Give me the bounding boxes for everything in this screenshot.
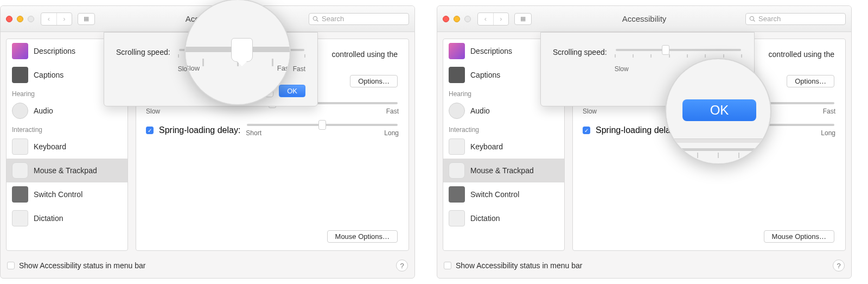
sidebar-item-label: Mouse & Trackpad [470,166,534,175]
magnifier-ok-button: OK [665,58,771,165]
forward-button[interactable]: › [56,13,72,25]
description-text-fragment: controlled using the [769,50,834,59]
sidebar-item-label: Descriptions [34,47,75,55]
sidebar-item-switch-control[interactable]: Switch Control [443,182,564,206]
forward-button[interactable]: › [493,13,508,25]
captions-icon [12,67,28,83]
slider-min-label: Slow [146,108,160,115]
window-footer: Show Accessibility status in menu bar ? [444,260,845,272]
sidebar-heading-interacting: Interacting [7,123,127,135]
close-window-button[interactable] [6,16,12,22]
search-placeholder: Search [322,15,344,23]
keyboard-icon [12,138,28,155]
sidebar-item-keyboard[interactable]: Keyboard [7,135,127,159]
ok-button[interactable]: OK [279,85,305,97]
slider-thumb[interactable] [662,45,669,55]
zoomed-slider-thumb[interactable] [231,38,253,62]
slider-min-label: Slow [615,65,629,73]
help-button[interactable]: ? [396,260,408,272]
sidebar-item-keyboard[interactable]: Keyboard [443,135,564,159]
window-footer: Show Accessibility status in menu bar ? [7,260,408,272]
minimize-window-button[interactable] [17,16,23,22]
magnifier-slider-thumb: Slow Fast [184,0,291,105]
sidebar-item-mouse-trackpad[interactable]: Mouse & Trackpad [443,159,564,182]
sidebar-item-dictation[interactable]: Dictation [7,206,127,230]
sidebar-item-mouse-trackpad[interactable]: Mouse & Trackpad [7,159,127,182]
dictation-icon [12,210,28,226]
show-all-button[interactable]: ▦ [78,13,95,25]
slider-ticks [615,54,742,58]
sidebar-item-label: Descriptions [470,47,512,55]
slider-max-label: Fast [386,108,399,115]
search-input[interactable]: Search [309,13,409,25]
help-button[interactable]: ? [833,260,845,272]
slider-thumb[interactable] [318,120,326,130]
window-titlebar: ‹ › ▦ Accessibility Search [437,6,851,32]
options-button[interactable]: Options… [350,75,398,87]
sidebar-item-label: Captions [34,71,63,79]
sidebar-item-label: Keyboard [34,142,66,151]
sidebar-item-label: Keyboard [470,142,503,151]
scrolling-speed-label: Scrolling speed: [116,48,170,56]
show-status-label: Show Accessibility status in menu bar [19,261,145,270]
slider-max-label: Fast [293,65,305,73]
sidebar-item-switch-control[interactable]: Switch Control [7,182,127,206]
back-button[interactable]: ‹ [41,13,56,25]
sidebar-item-label: Mouse & Trackpad [34,166,97,175]
scrolling-speed-slider[interactable] [616,49,741,51]
zoom-window-button[interactable] [464,16,471,22]
spring-loading-delay-slider[interactable] [247,124,398,126]
back-button[interactable]: ‹ [478,13,493,25]
keyboard-icon [449,138,465,155]
search-icon [749,16,756,22]
close-window-button[interactable] [443,16,449,22]
nav-back-forward: ‹ › [477,12,509,26]
spring-loading-label: Spring-loading delay: [159,125,240,135]
slider-max-label: Long [384,129,399,137]
mouse-icon [12,162,28,179]
sidebar-item-label: Switch Control [34,190,82,199]
sidebar-item-label: Dictation [470,214,500,223]
switch-control-icon [449,186,465,203]
spring-loading-checkbox[interactable]: ✓ [146,127,154,134]
options-button[interactable]: Options… [787,75,834,87]
show-status-checkbox[interactable] [7,262,15,269]
nav-back-forward: ‹ › [41,12,72,26]
window-traffic-lights [443,16,471,22]
sidebar-item-label: Audio [34,106,53,115]
show-status-checkbox[interactable] [444,262,451,269]
search-placeholder: Search [758,15,781,23]
mouse-options-button[interactable]: Mouse Options… [764,230,834,243]
audio-icon [12,103,28,119]
zoom-window-button[interactable] [28,16,34,22]
sidebar-item-label: Captions [470,71,500,79]
sidebar-item-label: Dictation [34,214,63,223]
screenshot-step-2: ‹ › ▦ Accessibility Search Descriptions [437,5,852,279]
dictation-icon [449,210,465,226]
mouse-options-button[interactable]: Mouse Options… [327,230,398,243]
window-traffic-lights [6,16,34,22]
slider-max-label: Fast [823,108,835,115]
show-status-label: Show Accessibility status in menu bar [456,261,582,270]
captions-icon [449,67,465,83]
slider-min-label: Short [246,129,261,137]
minimize-window-button[interactable] [454,16,460,22]
sidebar-heading-interacting: Interacting [443,123,564,135]
switch-control-icon [12,186,28,203]
spring-loading-label: Spring-loading delay: [596,125,677,135]
audio-icon [449,103,465,119]
scrolling-speed-label: Scrolling speed: [553,48,607,56]
spring-loading-checkbox[interactable]: ✓ [583,127,590,134]
descriptions-icon [12,43,28,59]
sidebar-item-dictation[interactable]: Dictation [443,206,564,230]
sidebar-item-label: Audio [470,106,490,115]
show-all-button[interactable]: ▦ [514,13,532,25]
search-input[interactable]: Search [745,13,846,25]
description-text-fragment: controlled using the [332,50,398,59]
search-icon [312,16,319,22]
sidebar-item-label: Switch Control [470,190,519,199]
slider-min-label: Slow [583,108,597,115]
descriptions-icon [449,43,465,59]
zoomed-ok-button[interactable]: OK [682,99,756,121]
zoomed-sheet-edge [666,138,770,143]
